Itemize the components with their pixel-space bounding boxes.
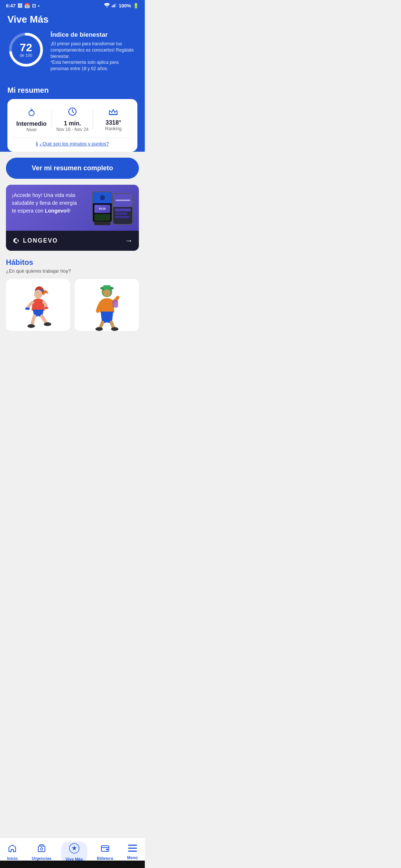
svg-rect-2 — [113, 5, 114, 7]
svg-point-0 — [106, 7, 107, 7]
info-link-text: ¿Qué son los minutos y puntos? — [40, 141, 109, 147]
habit-card-running[interactable] — [6, 279, 70, 331]
header-section: Vive Más 72 de 100 Índice de bienestar ¡… — [0, 10, 145, 79]
clock-icon — [52, 107, 92, 119]
svg-rect-24 — [113, 300, 118, 308]
svg-rect-14 — [45, 307, 48, 309]
info-link[interactable]: ℹ ¿Qué son los minutos y puntos? — [11, 138, 134, 147]
svg-point-7 — [29, 111, 34, 116]
phone-back — [113, 193, 133, 225]
status-bar: 6:47 🖼 📅 ⊡ • 100% 🔋 — [0, 0, 145, 10]
score-circle: 72 de 100 — [7, 31, 45, 68]
score-max: de 100 — [20, 53, 32, 57]
level-label: Nivel — [11, 127, 52, 132]
photo-icon: 🖼 — [17, 3, 22, 9]
stat-level: Intermedio Nivel — [11, 106, 52, 132]
svg-point-23 — [111, 327, 118, 331]
ranking-value: 3318° — [93, 119, 134, 126]
longevo-banner-top: ¡Accede hoy! Una vida más saludable y ll… — [6, 185, 139, 231]
summary-card: Intermedio Nivel 1 min. Nov 18 - Nov 24 — [7, 99, 137, 152]
ranking-label: Ranking — [93, 126, 134, 131]
habit-card-walking[interactable] — [75, 279, 139, 331]
svg-point-22 — [95, 327, 103, 331]
crown-icon — [93, 108, 134, 118]
habits-cards — [6, 279, 139, 331]
habits-subtitle: ¿En qué quieres trabajar hoy? — [6, 268, 139, 274]
wellbeing-title: Índice de bienestar — [50, 31, 137, 39]
habits-title: Hábitos — [6, 258, 139, 267]
longevo-logo: LONGEVO — [12, 237, 58, 245]
score-inner: 72 de 100 — [20, 42, 32, 57]
signal-icon — [112, 3, 117, 9]
svg-rect-13 — [25, 308, 30, 310]
status-right: 100% 🔋 — [104, 3, 139, 9]
longevo-text: ¡Accede hoy! Una vida más saludable y ll… — [12, 191, 78, 215]
wellbeing-desc: ¡El primer paso para transformar tus com… — [50, 41, 137, 72]
longevo-phones: 00:20 — [92, 191, 133, 225]
phone-front: 00:20 — [92, 191, 113, 223]
summary-stats: Intermedio Nivel 1 min. Nov 18 - Nov 24 — [11, 106, 134, 132]
medal-icon — [11, 106, 52, 119]
wifi-icon — [104, 3, 110, 9]
score-value: 72 — [20, 42, 32, 53]
walker-illustration — [83, 281, 131, 331]
svg-point-12 — [34, 290, 42, 299]
time-value: 1 min. — [52, 120, 92, 127]
svg-rect-1 — [112, 6, 113, 7]
wellbeing-card: 72 de 100 Índice de bienestar ¡El primer… — [7, 31, 137, 72]
longevo-banner-bottom: LONGEVO → — [6, 231, 139, 251]
dot-indicator: • — [38, 3, 40, 9]
battery-display: 100% — [119, 3, 131, 9]
wellbeing-text: Índice de bienestar ¡El primer paso para… — [50, 31, 137, 72]
screen-record-icon: ⊡ — [32, 3, 36, 9]
summary-title: Mi resumen — [7, 86, 137, 95]
svg-point-15 — [27, 324, 35, 328]
svg-rect-19 — [103, 285, 111, 290]
svg-point-16 — [44, 322, 51, 326]
habits-section: Hábitos ¿En qué quieres trabajar hoy? — [6, 258, 139, 338]
stat-time: 1 min. Nov 18 - Nov 24 — [52, 107, 92, 132]
svg-rect-9 — [109, 114, 117, 115]
calendar-icon: 📅 — [24, 3, 30, 9]
stat-ranking: 3318° Ranking — [93, 108, 134, 131]
status-left: 6:47 🖼 📅 ⊡ • — [6, 3, 40, 9]
view-summary-button[interactable]: Ver mi resumen completo — [6, 158, 139, 179]
time-display: 6:47 — [6, 3, 16, 9]
level-value: Intermedio — [11, 121, 52, 127]
main-content: Ver mi resumen completo ¡Accede hoy! Una… — [0, 152, 145, 390]
app-title: Vive Más — [7, 14, 137, 25]
svg-point-21 — [102, 291, 104, 293]
summary-section: Mi resumen Intermedio Nivel — [0, 79, 145, 152]
svg-rect-4 — [115, 3, 116, 7]
time-label: Nov 18 - Nov 24 — [52, 127, 92, 132]
longevo-arrow-icon: → — [125, 236, 133, 246]
info-icon: ℹ — [36, 141, 38, 147]
longevo-banner[interactable]: ¡Accede hoy! Una vida más saludable y ll… — [6, 185, 139, 251]
runner-illustration — [14, 281, 62, 331]
svg-point-20 — [103, 289, 111, 297]
svg-rect-3 — [114, 4, 115, 7]
battery-icon: 🔋 — [133, 3, 139, 9]
